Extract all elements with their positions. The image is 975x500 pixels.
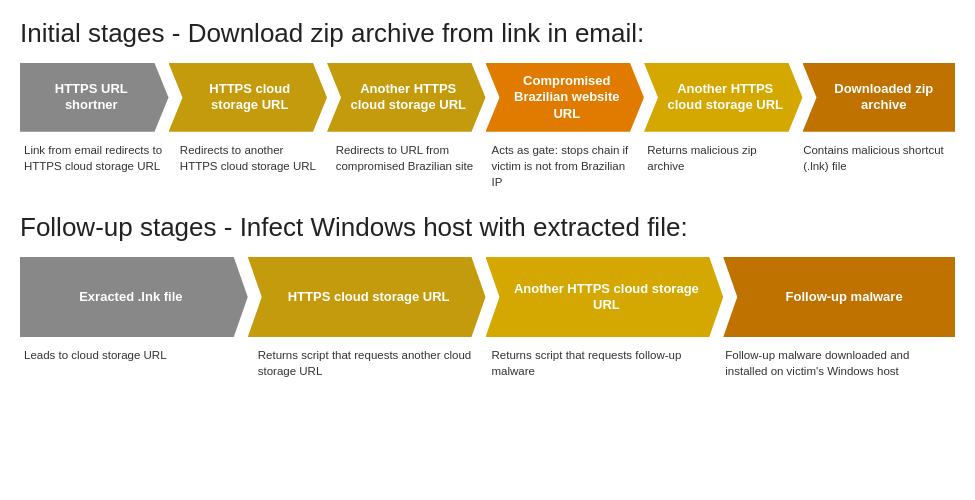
arrow-item-4: Another HTTPS cloud storage URL: [644, 63, 803, 132]
section2-title: Follow-up stages - Infect Windows host w…: [20, 212, 955, 243]
arrow-item-2: Another HTTPS cloud storage URL: [486, 257, 724, 337]
desc-cell-3: Acts as gate: stops chain if victim is n…: [487, 138, 643, 190]
desc-cell-5: Contains malicious shortcut (.lnk) file: [799, 138, 955, 190]
desc-cell-2: Returns script that requests follow-up m…: [488, 343, 722, 379]
arrow-label-2: Another HTTPS cloud storage URL: [349, 81, 468, 114]
arrow-label-1: HTTPS cloud storage URL: [191, 81, 310, 114]
desc-cell-4: Returns malicious zip archive: [643, 138, 799, 190]
arrow-label-5: Downloaded zip archive: [825, 81, 944, 114]
arrow-label-2: Another HTTPS cloud storage URL: [508, 281, 706, 314]
section1-arrow-chain: HTTPS URL shortnerHTTPS cloud storage UR…: [20, 63, 955, 132]
desc-cell-1: Redirects to another HTTPS cloud storage…: [176, 138, 332, 190]
arrow-item-0: HTTPS URL shortner: [20, 63, 169, 132]
arrow-label-1: HTTPS cloud storage URL: [288, 289, 450, 305]
arrow-item-1: HTTPS cloud storage URL: [169, 63, 328, 132]
desc-cell-3: Follow-up malware downloaded and install…: [721, 343, 955, 379]
section1-title: Initial stages - Download zip archive fr…: [20, 18, 955, 49]
arrow-item-1: HTTPS cloud storage URL: [248, 257, 486, 337]
arrow-label-0: Exracted .lnk file: [79, 289, 182, 305]
arrow-label-3: Follow-up malware: [786, 289, 903, 305]
section1-desc-row: Link from email redirects to HTTPS cloud…: [20, 138, 955, 190]
arrow-item-5: Downloaded zip archive: [803, 63, 956, 132]
desc-cell-0: Link from email redirects to HTTPS cloud…: [20, 138, 176, 190]
desc-cell-1: Returns script that requests another clo…: [254, 343, 488, 379]
arrow-item-3: Follow-up malware: [723, 257, 955, 337]
desc-cell-2: Redirects to URL from compromised Brazil…: [332, 138, 488, 190]
arrow-item-3: Compromised Brazilian website URL: [486, 63, 645, 132]
arrow-item-2: Another HTTPS cloud storage URL: [327, 63, 486, 132]
section2-arrow-chain: Exracted .lnk fileHTTPS cloud storage UR…: [20, 257, 955, 337]
arrow-item-0: Exracted .lnk file: [20, 257, 248, 337]
desc-cell-0: Leads to cloud storage URL: [20, 343, 254, 379]
section2-desc-row: Leads to cloud storage URLReturns script…: [20, 343, 955, 379]
arrow-label-3: Compromised Brazilian website URL: [508, 73, 627, 122]
arrow-label-4: Another HTTPS cloud storage URL: [666, 81, 785, 114]
arrow-label-0: HTTPS URL shortner: [32, 81, 151, 114]
